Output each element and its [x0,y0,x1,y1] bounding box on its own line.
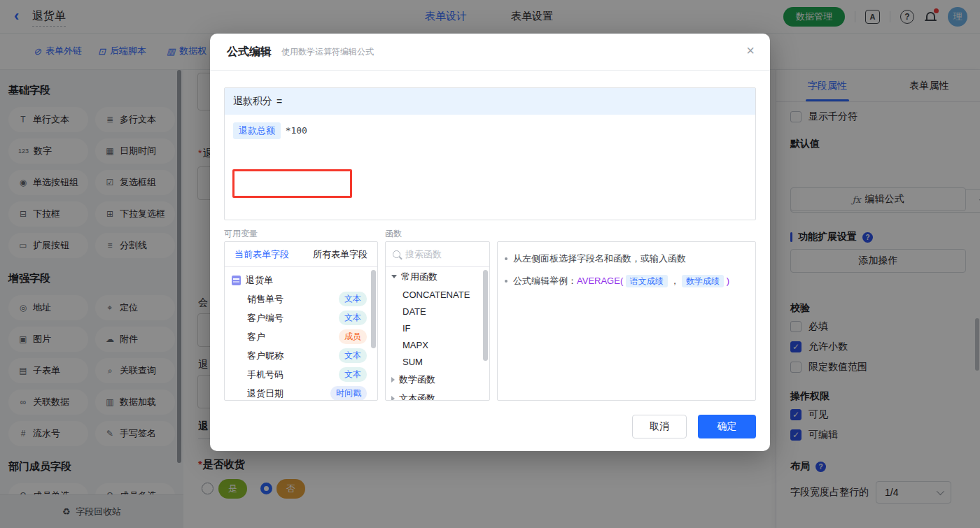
example-prefix: 公式编辑举例： [513,276,577,286]
function-search-input[interactable] [405,249,475,259]
variable-name: 客户昵称 [247,350,284,362]
formula-editor: 退款积分 = 退款总额 *100 [224,87,756,220]
function-search-row [386,242,489,267]
cancel-button[interactable]: 取消 [632,415,687,438]
group-label: 数学函数 [399,373,435,386]
function-item-if[interactable]: IF [386,320,489,336]
bullet-dot [505,257,507,260]
variables-root-node[interactable]: 退货单 [225,271,377,290]
example-comma: ， [670,276,679,286]
functions-scrollbar[interactable] [483,270,488,361]
type-tag: 文本 [339,348,367,363]
example-function-open: AVERAGE( [577,276,623,286]
function-item-date[interactable]: DATE [386,303,489,320]
function-item-mapx[interactable]: MAPX [386,336,489,353]
root-form-name: 退货单 [246,274,273,287]
close-icon[interactable]: × [746,43,755,57]
functions-label: 函数 [385,228,402,240]
variable-row-customer-no[interactable]: 客户编号 文本 [225,308,377,327]
caret-right-icon [391,377,395,383]
help-line-2: 公式编辑举例：AVERAGE( 语文成绩 ， 数学成绩 ) [505,274,746,288]
variable-row-phone[interactable]: 手机号码 文本 [225,365,377,384]
variables-scrollbar[interactable] [371,270,376,348]
function-group-text[interactable]: 文本函数 [386,389,489,401]
app-window: ‹ 退货单 表单设计 表单设置 数据管理 A ? 理 ⊘ 表单外链 ⊡ 后端脚本 [0,0,980,528]
variable-name: 客户编号 [247,312,284,324]
variable-name: 退货日期 [247,387,284,400]
group-label: 常用函数 [401,271,438,283]
variables-panel: 当前表单字段 所有表单字段 退货单 销售单号 文本 客户编号 文本 客户 [224,241,378,401]
function-group-common[interactable]: 常用函数 [386,267,489,286]
tab-current-form-fields[interactable]: 当前表单字段 [234,248,289,261]
type-tag: 成员 [339,329,367,344]
formula-target-field: 退款积分 [233,95,272,108]
example-field-chip: 语文成绩 [626,275,668,287]
type-tag: 文本 [339,292,367,306]
formula-expression-text: *100 [286,125,307,136]
example-function-close: ) [727,276,729,286]
help-line-1: 从左侧面板选择字段名和函数，或输入函数 [505,252,746,266]
type-tag: 文本 [339,311,367,325]
function-item-sum[interactable]: SUM [386,353,489,370]
confirm-button[interactable]: 确定 [698,415,756,438]
form-doc-icon [232,276,241,285]
variable-row-nickname[interactable]: 客户昵称 文本 [225,346,377,365]
variable-row-return-date[interactable]: 退货日期 时间戳 [225,384,377,401]
group-label: 文本函数 [399,392,435,401]
caret-right-icon [391,396,395,401]
formula-help-panel: 从左侧面板选择字段名和函数，或输入函数 公式编辑举例：AVERAGE( 语文成绩… [497,241,756,401]
variable-row-customer[interactable]: 客户 成员 [225,327,377,346]
tab-all-form-fields[interactable]: 所有表单字段 [313,248,368,261]
red-annotation-box [232,169,352,198]
equals-sign: = [276,96,282,107]
variables-tabs: 当前表单字段 所有表单字段 [225,242,377,267]
field-token-chip[interactable]: 退款总额 [233,122,281,139]
modal-header: 公式编辑 使用数学运算符编辑公式 × [210,34,770,71]
function-item-concatenate[interactable]: CONCATENATE [386,286,489,303]
variable-row-sales-no[interactable]: 销售单号 文本 [225,290,377,308]
variables-label: 可用变量 [224,228,258,240]
modal-title: 公式编辑 [227,45,272,59]
modal-subtitle: 使用数学运算符编辑公式 [281,46,374,58]
functions-panel: 常用函数 CONCATENATE DATE IF MAPX SUM 数学函数 文… [385,241,490,401]
variables-list: 退货单 销售单号 文本 客户编号 文本 客户 成员 客户昵称 文本 [225,267,377,401]
formula-edit-modal: 公式编辑 使用数学运算符编辑公式 × 退款积分 = 退款总额 *100 可用变量… [210,34,770,451]
variable-name: 手机号码 [247,369,284,381]
type-tag: 时间戳 [330,386,367,401]
function-group-math[interactable]: 数学函数 [386,370,489,389]
formula-input-area[interactable]: 退款总额 *100 [225,115,755,147]
variable-name: 客户 [247,331,265,343]
example-field-chip: 数学成绩 [682,275,724,287]
bullet-dot [505,280,507,283]
caret-down-icon [391,275,397,278]
search-icon [393,250,400,258]
variable-name: 销售单号 [247,293,284,306]
type-tag: 文本 [339,367,367,382]
formula-target-strip: 退款积分 = [225,88,755,115]
